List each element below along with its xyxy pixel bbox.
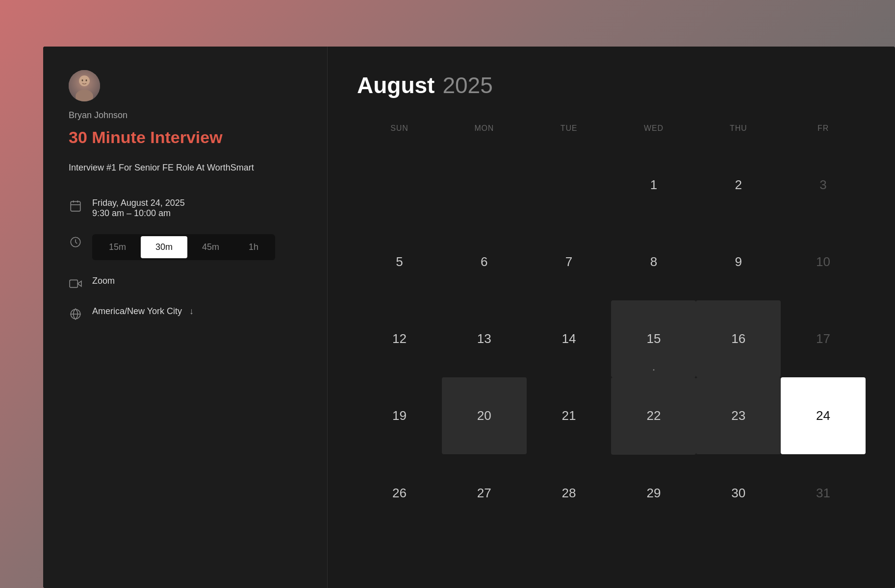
day-header-fri: FR [781, 124, 866, 147]
day-cell-20[interactable]: 20 [442, 377, 527, 454]
date-label: Friday, August 24, 2025 [92, 198, 185, 208]
avatar-image [69, 70, 100, 101]
main-container: Bryan Johnson 30 Minute Interview Interv… [43, 47, 895, 588]
day-cell-31[interactable]: 31 [781, 455, 866, 532]
day-cell-23[interactable]: 23 [696, 377, 781, 454]
day-cell-28[interactable]: 28 [527, 455, 612, 532]
day-cell-26[interactable]: 26 [357, 455, 442, 532]
day-cell-21[interactable]: 21 [527, 377, 612, 454]
day-cell-9[interactable]: 9 [696, 223, 781, 300]
day-cell-1[interactable]: 1 [611, 147, 696, 223]
timezone-label[interactable]: America/New York City ↓ [92, 306, 194, 317]
datetime-row: Friday, August 24, 2025 9:30 am – 10:00 … [69, 198, 302, 219]
svg-point-3 [82, 79, 83, 81]
svg-point-1 [79, 75, 90, 86]
day-cell-6[interactable]: 6 [442, 223, 527, 300]
svg-point-4 [86, 79, 87, 81]
duration-15m[interactable]: 15m [94, 236, 141, 258]
video-icon [69, 277, 82, 291]
day-cell-29[interactable]: 29 [611, 455, 696, 532]
interview-title: 30 Minute Interview [69, 127, 302, 147]
day-cell-3[interactable]: 3 [781, 147, 866, 223]
video-platform: Zoom [92, 276, 115, 286]
day-cell-24[interactable]: 24 [781, 377, 866, 454]
day-cell-10[interactable]: 10 [781, 223, 866, 300]
duration-30m[interactable]: 30m [141, 236, 187, 258]
right-panel: August 2025 SUN MON TUE WED THU FR 1 2 3… [328, 47, 895, 588]
day-cell-14[interactable]: 14 [527, 300, 612, 377]
duration-45m[interactable]: 45m [187, 236, 234, 258]
user-name: Bryan Johnson [69, 110, 302, 121]
calendar-year: 2025 [442, 72, 492, 98]
interview-description: Interview #1 For Senior FE Role At Worth… [69, 161, 302, 174]
day-cell-13[interactable]: 13 [442, 300, 527, 377]
day-cell-16[interactable]: 16 [696, 300, 781, 377]
day-cell-5[interactable]: 5 [357, 223, 442, 300]
day-cell-30[interactable]: 30 [696, 455, 781, 532]
day-cell-22[interactable]: 22 [611, 377, 696, 454]
svg-marker-10 [77, 281, 81, 286]
day-cell-2[interactable]: 2 [696, 147, 781, 223]
video-row: Zoom [69, 276, 302, 291]
calendar-month: August [357, 72, 435, 98]
day-cell-19[interactable]: 19 [357, 377, 442, 454]
day-header-tue: TUE [527, 124, 612, 147]
svg-rect-11 [70, 280, 77, 287]
avatar [69, 70, 100, 101]
day-cell-27[interactable]: 27 [442, 455, 527, 532]
day-cell-15[interactable]: 15 [611, 300, 696, 377]
day-header-thu: THU [696, 124, 781, 147]
day-cell-8[interactable]: 8 [611, 223, 696, 300]
time-range: 9:30 am – 10:00 am [92, 208, 185, 219]
calendar-grid: SUN MON TUE WED THU FR 1 2 3 5 6 7 8 9 1… [357, 124, 866, 532]
day-cell-17[interactable]: 17 [781, 300, 866, 377]
duration-selector: 15m 30m 45m 1h [92, 234, 275, 260]
day-header-sun: SUN [357, 124, 442, 147]
day-cell-empty [527, 147, 612, 223]
day-header-mon: MON [442, 124, 527, 147]
timezone-row: America/New York City ↓ [69, 306, 302, 321]
calendar-header: August 2025 [357, 72, 866, 98]
day-cell-7[interactable]: 7 [527, 223, 612, 300]
day-cell-empty [442, 147, 527, 223]
day-header-wed: WED [611, 124, 696, 147]
calendar-icon [69, 199, 82, 213]
day-cell-12[interactable]: 12 [357, 300, 442, 377]
left-panel: Bryan Johnson 30 Minute Interview Interv… [43, 47, 328, 588]
datetime-content: Friday, August 24, 2025 9:30 am – 10:00 … [92, 198, 185, 219]
duration-row: 15m 30m 45m 1h [69, 234, 302, 260]
svg-rect-5 [71, 201, 80, 211]
clock-icon [69, 235, 82, 249]
duration-1h[interactable]: 1h [234, 236, 273, 258]
globe-icon [69, 307, 82, 321]
day-cell-empty [357, 147, 442, 223]
